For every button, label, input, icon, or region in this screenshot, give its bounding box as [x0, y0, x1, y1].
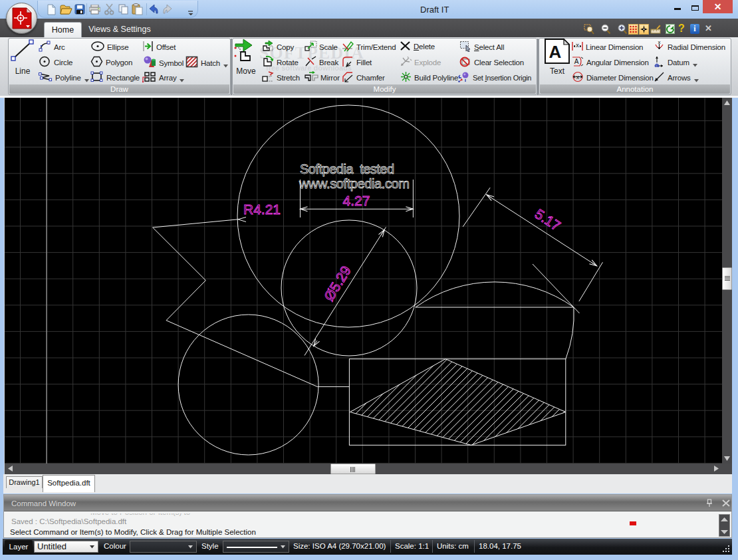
svg-text:Softpedia tested: Softpedia tested	[300, 162, 394, 176]
svg-text:x: x	[576, 42, 579, 49]
svg-text:A: A	[574, 58, 579, 65]
svg-text:www.softpedia.com: www.softpedia.com	[299, 176, 410, 191]
svg-text:x: x	[576, 74, 580, 80]
svg-text:x: x	[658, 41, 661, 45]
svg-text:4.27: 4.27	[343, 193, 370, 208]
svg-text:5.17: 5.17	[533, 206, 564, 233]
svg-text:A: A	[549, 42, 562, 62]
svg-text:Ø5.29: Ø5.29	[321, 263, 354, 304]
svg-text:R4.21: R4.21	[243, 202, 281, 217]
